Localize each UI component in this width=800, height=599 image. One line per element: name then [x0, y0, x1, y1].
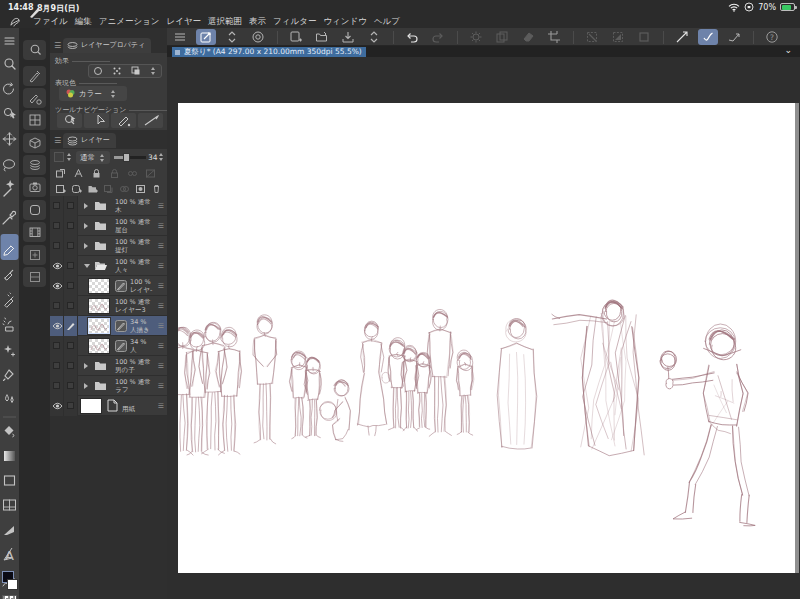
link-mask-icon[interactable] — [127, 168, 138, 179]
subtool-pen-sketch-icon[interactable] — [23, 66, 46, 86]
mask-icon[interactable] — [135, 183, 146, 194]
toolnav-zoom-button[interactable] — [57, 113, 82, 128]
subtool-camera-icon[interactable] — [23, 177, 46, 197]
layer-row-提灯[interactable]: 100 % 通常提灯☰ — [50, 236, 167, 256]
layer-row-人々[interactable]: 100 % 通常人々☰ — [50, 256, 167, 276]
menu-item[interactable]: 選択範囲 — [208, 16, 242, 28]
subtool-pen-settings-icon[interactable] — [23, 88, 46, 108]
layer-visibility-cell[interactable] — [50, 336, 64, 356]
delete-layer-icon[interactable] — [151, 183, 162, 194]
file-stepper-icon[interactable] — [364, 29, 384, 45]
select-tool-icon[interactable] — [608, 29, 628, 45]
layer-edit-cell[interactable] — [64, 216, 78, 236]
subtool-material-icon[interactable] — [23, 133, 46, 153]
sub-color-swatch[interactable] — [7, 579, 18, 590]
menu-item[interactable]: 表示 — [249, 16, 266, 28]
crop-icon[interactable] — [544, 29, 564, 45]
layer-row-人[interactable]: 34 %人☰ — [50, 336, 167, 356]
redo-icon[interactable] — [428, 29, 448, 45]
new-folder-icon[interactable] — [87, 183, 98, 194]
subtool-zoom-icon[interactable] — [23, 40, 46, 60]
new-layer2-icon[interactable] — [71, 183, 82, 194]
clip-layer-icon[interactable] — [55, 168, 66, 179]
menu-item[interactable]: レイヤー — [167, 16, 202, 28]
toolbar-menu-icon[interactable] — [170, 29, 190, 45]
layer-row-人描き[interactable]: 34 %人描き☰ — [50, 316, 167, 336]
menu-item[interactable]: ヘルプ — [374, 16, 400, 28]
folder-expand-arrow[interactable] — [84, 223, 88, 229]
smooth-check-icon[interactable] — [698, 29, 718, 45]
layer-row-レイヤ-[interactable]: 100 %レイヤ-☰ — [50, 276, 167, 296]
toolnav-pen-button[interactable] — [111, 113, 136, 128]
transfer-layer-icon[interactable] — [103, 183, 114, 194]
lasso-tool-icon[interactable] — [4, 160, 15, 171]
document-tab[interactable]: 夏祭り* (A4 297.00 x 210.00mm 350dpi 55.5%) — [172, 47, 366, 57]
layer-drag-handle[interactable]: ☰ — [158, 362, 164, 370]
layer-row-ラフ[interactable]: 100 % 通常ラフ☰ — [50, 376, 167, 396]
snap-line-icon[interactable] — [672, 29, 692, 45]
canvas[interactable] — [178, 103, 795, 573]
toolbar-stepper-icon[interactable] — [222, 29, 242, 45]
subtool-stack-icon[interactable] — [23, 155, 46, 175]
brush-tool-icon[interactable] — [5, 270, 13, 280]
decoration-tool-icon[interactable] — [3, 318, 13, 331]
layer-edit-cell[interactable] — [64, 276, 78, 296]
layer-drag-handle[interactable]: ☰ — [158, 222, 164, 230]
layer-row-木[interactable]: 100 % 通常木☰ — [50, 196, 167, 216]
blend-thumb-stepper[interactable] — [66, 152, 73, 162]
undo-icon[interactable] — [402, 29, 422, 45]
transparent-color-swatch[interactable] — [2, 595, 17, 599]
blend-tool-icon[interactable] — [6, 395, 14, 403]
eraser-tool-icon[interactable] — [4, 370, 14, 381]
layer-drag-handle[interactable]: ☰ — [158, 302, 164, 310]
canvas-vertical-scrollbar[interactable] — [795, 103, 799, 573]
toolnav-brush-button[interactable] — [138, 113, 163, 128]
layer-edit-cell[interactable] — [64, 356, 78, 376]
folder-expand-arrow[interactable] — [84, 383, 88, 389]
wand-tool-icon[interactable] — [4, 180, 14, 196]
vector-check-icon[interactable] — [724, 29, 744, 45]
layers-panel-menu-icon[interactable]: ☰ — [54, 136, 61, 145]
blend-mode-dropdown[interactable]: 通常 — [76, 151, 110, 164]
layers-tab[interactable]: レイヤー — [63, 133, 116, 148]
layer-visibility-cell[interactable] — [50, 216, 64, 236]
ruler-link-icon[interactable] — [145, 168, 156, 179]
gradient-tool-icon[interactable] — [4, 451, 15, 461]
folder-expand-arrow[interactable] — [84, 264, 90, 268]
layer-visibility-cell[interactable] — [50, 296, 64, 316]
shape-tool-icon[interactable] — [5, 476, 15, 485]
tone-effect-icon[interactable] — [112, 66, 122, 76]
layer-drag-handle[interactable]: ☰ — [158, 382, 164, 390]
layer-edit-cell[interactable] — [64, 256, 78, 276]
select-launcher-icon[interactable] — [582, 29, 602, 45]
folder-expand-arrow[interactable] — [84, 243, 88, 249]
layer-color-effect-icon[interactable] — [131, 66, 141, 76]
subview-icon[interactable] — [248, 29, 268, 45]
layer-edit-cell[interactable] — [64, 336, 78, 356]
layer-visibility-cell[interactable] — [50, 376, 64, 396]
toolbar-collapse-chevron-icon[interactable]: ⌄ — [784, 45, 792, 55]
zoom-tool-icon[interactable] — [5, 59, 15, 69]
layer-visibility-cell[interactable] — [50, 196, 64, 216]
combine-layer-icon[interactable] — [119, 183, 130, 194]
save-export-icon[interactable] — [338, 29, 358, 45]
lock-layer-icon[interactable] — [91, 168, 102, 179]
layer-drag-handle[interactable]: ☰ — [158, 262, 164, 270]
fill-tool-icon[interactable] — [5, 426, 15, 437]
layer-row-用紙[interactable]: 用紙☰ — [50, 396, 167, 416]
layer-edit-cell[interactable] — [64, 376, 78, 396]
panel-menu-icon[interactable]: ☰ — [54, 41, 61, 50]
move-tool-icon[interactable] — [4, 133, 16, 145]
toolstrip-menu-icon[interactable] — [5, 38, 14, 44]
effect-stepper[interactable] — [150, 66, 157, 76]
layer-drag-handle[interactable]: ☰ — [158, 202, 164, 210]
airbrush-tool-icon[interactable] — [5, 293, 13, 307]
lock-transparent-icon[interactable] — [109, 168, 120, 179]
folder-expand-arrow[interactable] — [84, 363, 88, 369]
subtool-grid-icon[interactable] — [23, 110, 46, 130]
polyline-tool-icon[interactable] — [4, 526, 14, 535]
menu-item[interactable]: アニメーション — [99, 16, 160, 28]
layer-edit-cell[interactable] — [64, 196, 78, 216]
layer-visibility-cell[interactable] — [50, 276, 64, 296]
menu-item[interactable]: 編集 — [75, 16, 92, 28]
